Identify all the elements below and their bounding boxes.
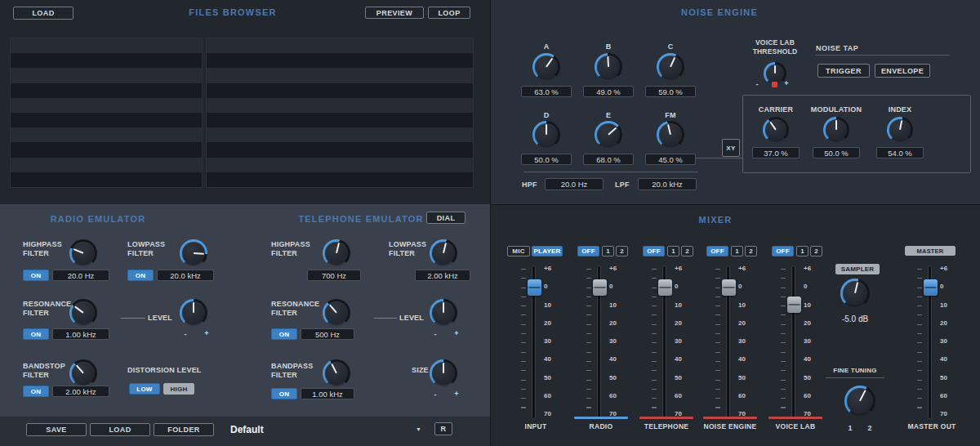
knob-c-label: C bbox=[654, 42, 687, 51]
hpf-value[interactable]: 20.0 Hz bbox=[545, 178, 604, 190]
voice-lab-bus2-button[interactable]: 2 bbox=[810, 246, 822, 256]
sampler-knob[interactable] bbox=[840, 279, 870, 308]
distorsion-low-button[interactable]: LOW bbox=[129, 383, 160, 395]
trigger-button[interactable]: TRIGGER bbox=[817, 64, 870, 78]
noise-engine-title: NOISE ENGINE bbox=[491, 7, 948, 17]
tel-highpass-value[interactable]: 700 Hz bbox=[307, 270, 361, 281]
file-list-folders[interactable] bbox=[10, 38, 203, 188]
radio-lowpass-knob[interactable] bbox=[180, 239, 207, 267]
knob-e-value[interactable]: 68.0 % bbox=[583, 154, 634, 165]
radio-bus1-button[interactable]: 1 bbox=[602, 246, 614, 256]
preview-button[interactable]: PREVIEW bbox=[365, 7, 424, 19]
radio-highpass-value[interactable]: 20.0 Hz bbox=[52, 270, 109, 281]
input-fader[interactable] bbox=[532, 265, 536, 419]
voice-lab-fader[interactable] bbox=[791, 265, 795, 419]
index-knob[interactable] bbox=[887, 117, 913, 143]
tel-bandpass-value[interactable]: 1.00 kHz bbox=[301, 388, 354, 399]
radio-bandstop-value[interactable]: 2.00 kHz bbox=[52, 386, 109, 397]
tel-bandpass-on-button[interactable]: ON bbox=[271, 388, 297, 399]
tel-size-knob[interactable] bbox=[430, 359, 457, 387]
knob-b[interactable] bbox=[595, 53, 622, 81]
telephone-bus2-button[interactable]: 2 bbox=[681, 246, 693, 256]
tel-resonance-knob[interactable] bbox=[323, 299, 350, 327]
radio-lowpass-value[interactable]: 20.0 kHz bbox=[157, 270, 214, 281]
radio-bandstop-knob[interactable] bbox=[69, 359, 97, 387]
fader-scale: +6010203040506070 bbox=[675, 265, 691, 417]
knob-e[interactable] bbox=[595, 121, 622, 149]
dial-button[interactable]: DIAL bbox=[426, 212, 466, 224]
fm-connector-line bbox=[696, 158, 742, 158]
caret-down-icon[interactable]: ▼ bbox=[416, 426, 421, 432]
radio-resonance-knob[interactable] bbox=[69, 299, 97, 327]
noise-engine-off-button[interactable]: OFF bbox=[706, 246, 728, 256]
mixer-channel-radio: OFF 1 2 +6010203040506070 RADIO bbox=[572, 243, 630, 444]
tel-level-line bbox=[374, 318, 397, 319]
voice-lab-off-button[interactable]: OFF bbox=[772, 246, 794, 256]
radio-bandstop-on-button[interactable]: ON bbox=[23, 386, 49, 397]
mic-button[interactable]: MIC bbox=[507, 246, 530, 256]
radio-resonance-on-button[interactable]: ON bbox=[23, 328, 49, 340]
noise-engine-fader-handle[interactable] bbox=[722, 279, 736, 296]
voice-lab-fader-handle[interactable] bbox=[787, 297, 801, 313]
noise-engine-bus2-button[interactable]: 2 bbox=[745, 246, 757, 256]
tel-level-knob[interactable] bbox=[430, 299, 457, 327]
load-preset-button[interactable]: LOAD bbox=[90, 423, 150, 436]
radio-highpass-on-button[interactable]: ON bbox=[23, 270, 49, 281]
radio-resonance-value[interactable]: 1.00 kHz bbox=[52, 328, 109, 340]
telephone-fader-handle[interactable] bbox=[658, 279, 672, 296]
fine-tuning-knob[interactable] bbox=[844, 386, 875, 417]
tel-bandpass-knob[interactable] bbox=[323, 359, 350, 387]
file-list-files[interactable] bbox=[206, 38, 474, 188]
tel-highpass-knob[interactable] bbox=[323, 239, 350, 267]
tel-resonance-label: RESONANCE FILTER bbox=[271, 300, 325, 319]
radio-level-knob[interactable] bbox=[180, 299, 207, 327]
folder-button[interactable]: FOLDER bbox=[154, 423, 214, 436]
master-fader-handle[interactable] bbox=[924, 279, 938, 296]
telephone-off-button[interactable]: OFF bbox=[643, 246, 665, 256]
sampler-button[interactable]: SAMPLER bbox=[835, 264, 880, 274]
noise-tap-label: NOISE TAP bbox=[816, 44, 858, 53]
knob-fm-value[interactable]: 45.0 % bbox=[645, 154, 696, 165]
radio-bus2-button[interactable]: 2 bbox=[616, 246, 628, 256]
radio-fader[interactable] bbox=[597, 265, 601, 419]
radio-highpass-knob[interactable] bbox=[69, 239, 97, 267]
save-button[interactable]: SAVE bbox=[26, 423, 87, 436]
modulation-value[interactable]: 50.0 % bbox=[813, 147, 860, 158]
index-value[interactable]: 54.0 % bbox=[876, 147, 924, 158]
input-fader-handle[interactable] bbox=[528, 279, 541, 296]
carrier-value[interactable]: 37.0 % bbox=[752, 147, 800, 158]
master-fader[interactable] bbox=[928, 265, 932, 419]
knob-c-value[interactable]: 59.0 % bbox=[645, 86, 696, 97]
knob-c[interactable] bbox=[657, 53, 684, 81]
tel-lowpass-knob[interactable] bbox=[430, 239, 457, 267]
distorsion-high-button[interactable]: HIGH bbox=[163, 383, 194, 395]
mixer-channel-telephone: OFF 1 2 +6010203040506070 TELEPHONE bbox=[638, 243, 695, 444]
tel-resonance-on-button[interactable]: ON bbox=[271, 328, 297, 340]
tel-resonance-value[interactable]: 500 Hz bbox=[301, 328, 354, 340]
knob-b-value[interactable]: 49.0 % bbox=[583, 86, 634, 97]
radio-off-button[interactable]: OFF bbox=[577, 246, 599, 256]
noise-engine-bus1-button[interactable]: 1 bbox=[731, 246, 743, 256]
knob-d[interactable] bbox=[532, 121, 560, 149]
player-button[interactable]: PLAYER bbox=[532, 246, 563, 256]
radio-fader-handle[interactable] bbox=[593, 279, 607, 296]
knob-a[interactable] bbox=[532, 53, 560, 81]
noise-engine-fader[interactable] bbox=[726, 265, 730, 419]
loop-button[interactable]: LOOP bbox=[428, 7, 470, 19]
radio-lowpass-on-button[interactable]: ON bbox=[127, 270, 154, 281]
preset-selector[interactable]: Default ▼ bbox=[225, 421, 426, 437]
reset-button[interactable]: R bbox=[434, 422, 452, 435]
voice-lab-bus1-button[interactable]: 1 bbox=[796, 246, 808, 256]
tel-lowpass-value[interactable]: 2.00 kHz bbox=[415, 270, 470, 281]
knob-fm[interactable] bbox=[657, 121, 684, 149]
modulation-knob[interactable] bbox=[823, 117, 849, 143]
knob-d-value[interactable]: 50.0 % bbox=[521, 154, 572, 165]
telephone-bus1-button[interactable]: 1 bbox=[667, 246, 679, 256]
fader-scale: +6010203040506070 bbox=[544, 265, 560, 417]
carrier-knob[interactable] bbox=[763, 117, 789, 143]
lpf-value[interactable]: 20.0 kHz bbox=[638, 178, 697, 190]
telephone-fader[interactable] bbox=[662, 265, 666, 419]
xy-button[interactable]: XY bbox=[722, 139, 740, 157]
envelope-button[interactable]: ENVELOPE bbox=[875, 64, 930, 78]
knob-a-value[interactable]: 63.0 % bbox=[521, 86, 572, 97]
